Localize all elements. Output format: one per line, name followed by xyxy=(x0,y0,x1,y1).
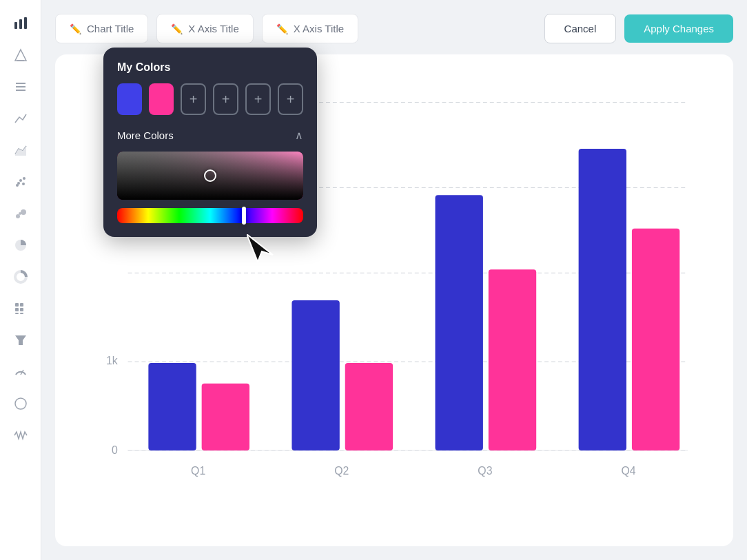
svg-rect-2 xyxy=(24,17,27,29)
add-color-1[interactable]: + xyxy=(181,83,206,115)
svg-point-13 xyxy=(16,214,20,218)
pink-swatch[interactable] xyxy=(149,83,174,115)
hue-handle[interactable] xyxy=(242,207,246,225)
svg-marker-24 xyxy=(15,335,26,345)
svg-rect-40 xyxy=(436,195,483,450)
apply-changes-button[interactable]: Apply Changes xyxy=(624,14,733,43)
chart-title-label: Chart Title xyxy=(87,23,134,34)
cancel-button[interactable]: Cancel xyxy=(544,14,617,43)
x-axis-title-button[interactable]: ✏️ X Axis Title xyxy=(156,14,253,43)
svg-text:1k: 1k xyxy=(106,355,118,366)
triangle-chart-icon[interactable] xyxy=(11,45,30,65)
x-axis-title-label: X Axis Title xyxy=(188,23,238,34)
more-colors-header: More Colors ∧ xyxy=(117,129,303,142)
add-color-4[interactable]: + xyxy=(278,83,303,115)
pencil-icon-3: ✏️ xyxy=(276,23,288,34)
funnel-icon[interactable] xyxy=(11,331,30,350)
svg-rect-22 xyxy=(15,313,19,314)
svg-rect-23 xyxy=(20,313,23,314)
svg-point-11 xyxy=(17,182,20,185)
grid-chart-icon[interactable] xyxy=(11,299,30,318)
wave-icon[interactable] xyxy=(11,426,30,445)
toolbar: ✏️ Chart Title ✏️ X Axis Title ✏️ X Axis… xyxy=(55,14,733,43)
svg-text:Q1: Q1 xyxy=(191,465,205,477)
svg-marker-3 xyxy=(15,50,26,61)
sidebar xyxy=(0,0,41,560)
circle-icon[interactable] xyxy=(11,394,30,413)
my-colors-title: My Colors xyxy=(117,61,303,74)
bubble-icon[interactable] xyxy=(11,204,30,223)
svg-rect-20 xyxy=(15,308,19,311)
svg-rect-43 xyxy=(632,229,679,450)
svg-text:Q2: Q2 xyxy=(334,465,349,477)
gauge-icon[interactable] xyxy=(11,362,30,382)
add-color-2[interactable]: + xyxy=(213,83,238,115)
svg-point-9 xyxy=(19,179,22,182)
svg-point-10 xyxy=(23,177,25,180)
saturation-picker[interactable] xyxy=(117,152,303,200)
bar-chart-icon[interactable] xyxy=(11,14,30,33)
svg-point-14 xyxy=(21,209,26,215)
svg-rect-39 xyxy=(345,363,393,450)
add-color-3[interactable]: + xyxy=(245,83,271,115)
svg-point-12 xyxy=(22,183,25,185)
svg-text:0: 0 xyxy=(112,444,118,456)
svg-rect-37 xyxy=(202,384,249,450)
svg-point-26 xyxy=(15,398,26,409)
svg-text:Q4: Q4 xyxy=(621,465,635,477)
pie-chart-icon[interactable] xyxy=(11,236,30,255)
color-swatches: + + + + xyxy=(117,83,303,115)
svg-rect-0 xyxy=(14,22,17,29)
more-colors-title: More Colors xyxy=(117,129,174,141)
chart-container: My Colors + + + + More Colors ∧ xyxy=(55,54,733,546)
svg-text:Q3: Q3 xyxy=(478,465,492,477)
svg-rect-1 xyxy=(19,19,22,29)
chart-title-button[interactable]: ✏️ Chart Title xyxy=(55,14,148,43)
y-axis-title-label: X Axis Title xyxy=(294,23,344,34)
chevron-up-icon[interactable]: ∧ xyxy=(295,129,303,142)
saturation-handle[interactable] xyxy=(204,169,216,182)
svg-rect-19 xyxy=(20,303,23,307)
svg-rect-18 xyxy=(15,303,19,307)
svg-rect-21 xyxy=(20,308,23,311)
svg-rect-36 xyxy=(148,363,196,450)
y-axis-title-button[interactable]: ✏️ X Axis Title xyxy=(262,14,358,43)
pencil-icon: ✏️ xyxy=(70,23,81,34)
svg-rect-38 xyxy=(291,300,339,450)
scatter-icon[interactable] xyxy=(11,172,30,191)
blue-swatch[interactable] xyxy=(117,83,142,115)
donut-chart-icon[interactable] xyxy=(11,267,30,287)
main-content: ✏️ Chart Title ✏️ X Axis Title ✏️ X Axis… xyxy=(41,0,747,560)
line-chart-icon[interactable] xyxy=(11,109,30,128)
list-icon[interactable] xyxy=(11,77,30,96)
svg-rect-41 xyxy=(489,269,536,450)
svg-rect-42 xyxy=(579,149,626,450)
svg-point-15 xyxy=(19,212,21,215)
pencil-icon-2: ✏️ xyxy=(171,23,183,34)
hue-slider[interactable] xyxy=(117,208,303,223)
color-picker-popup: My Colors + + + + More Colors ∧ xyxy=(103,48,317,237)
area-chart-icon[interactable] xyxy=(11,141,30,160)
